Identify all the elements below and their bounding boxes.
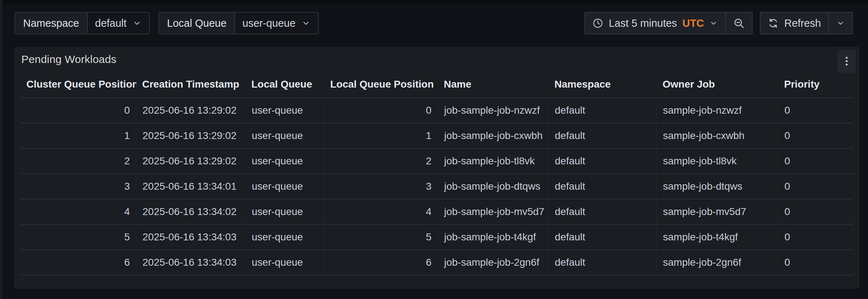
cell-local_queue_position: 5 xyxy=(324,225,438,249)
cell-cluster_queue_position: 2 xyxy=(21,149,136,173)
cell-local_queue_position: 0 xyxy=(324,98,438,123)
magnifier-zoom-out-icon xyxy=(733,17,745,29)
refresh-button[interactable]: Refresh xyxy=(761,13,828,34)
cell-creation_timestamp: 2025-06-16 13:34:01 xyxy=(136,174,246,199)
cell-namespace: default xyxy=(549,98,657,123)
column-header-namespace[interactable]: Namespace xyxy=(549,71,657,97)
cell-name: job-sample-job-t4kgf xyxy=(438,225,549,249)
cell-local_queue: user-queue xyxy=(246,199,324,224)
cell-priority: 0 xyxy=(778,199,854,224)
time-controls: Last 5 minutes UTC Refresh xyxy=(584,12,853,34)
cell-name: job-sample-job-mv5d7 xyxy=(438,199,549,224)
cell-local_queue_position: 3 xyxy=(324,174,438,199)
chevron-down-icon xyxy=(836,19,845,28)
panel-title: Pending Workloads xyxy=(21,53,116,66)
column-header-creation_timestamp[interactable]: Creation Timestamp xyxy=(136,71,246,97)
time-range-picker[interactable]: Last 5 minutes UTC xyxy=(585,13,725,34)
column-header-local_queue[interactable]: Local Queue xyxy=(246,71,324,97)
refresh-label: Refresh xyxy=(784,17,821,29)
cell-owner_job: sample-job-cxwbh xyxy=(657,123,778,148)
zoom-out-button[interactable] xyxy=(725,13,752,34)
cell-local_queue: user-queue xyxy=(246,149,324,173)
cell-owner_job: sample-job-nzwzf xyxy=(657,98,778,123)
column-header-local_queue_position[interactable]: Local Queue Position xyxy=(324,71,438,97)
namespace-variable-value: default xyxy=(95,17,127,29)
cell-priority: 0 xyxy=(778,250,854,275)
cell-namespace: default xyxy=(549,149,657,173)
cell-namespace: default xyxy=(549,199,657,224)
pending-workloads-panel: Pending Workloads Cluster Queue Position… xyxy=(14,47,859,289)
cell-namespace: default xyxy=(549,250,657,275)
localqueue-variable-value: user-queue xyxy=(242,17,295,29)
panel-menu-button[interactable] xyxy=(838,50,856,73)
cell-local_queue: user-queue xyxy=(246,250,324,275)
cell-local_queue_position: 1 xyxy=(324,123,438,148)
table-row: 32025-06-16 13:34:01user-queue3job-sampl… xyxy=(21,174,853,199)
table-row: 12025-06-16 13:29:02user-queue1job-sampl… xyxy=(21,123,853,149)
cell-owner_job: sample-job-t4kgf xyxy=(657,225,778,249)
refresh-icon xyxy=(768,18,779,29)
cell-local_queue: user-queue xyxy=(246,225,324,249)
cell-creation_timestamp: 2025-06-16 13:34:02 xyxy=(136,199,246,224)
window-top-edge xyxy=(0,0,868,3)
table-row: 02025-06-16 13:29:02user-queue0job-sampl… xyxy=(21,98,853,123)
cell-priority: 0 xyxy=(778,98,854,123)
cell-local_queue_position: 2 xyxy=(324,149,438,173)
cell-priority: 0 xyxy=(778,174,854,199)
window-left-edge xyxy=(0,0,3,299)
cell-cluster_queue_position: 6 xyxy=(21,250,136,275)
cell-local_queue_position: 4 xyxy=(324,199,438,224)
cell-namespace: default xyxy=(549,225,657,249)
chevron-down-icon xyxy=(709,19,718,28)
cell-local_queue_position: 6 xyxy=(324,250,438,275)
variable-controls: Namespace default Local Queue user-queue xyxy=(14,12,319,34)
localqueue-variable-dropdown[interactable]: user-queue xyxy=(235,13,318,34)
cell-creation_timestamp: 2025-06-16 13:29:02 xyxy=(136,98,246,123)
column-header-name[interactable]: Name xyxy=(438,71,549,97)
cell-priority: 0 xyxy=(778,123,854,148)
cell-cluster_queue_position: 0 xyxy=(21,98,136,123)
cell-creation_timestamp: 2025-06-16 13:34:03 xyxy=(136,225,246,249)
cell-cluster_queue_position: 1 xyxy=(21,123,136,148)
cell-name: job-sample-job-cxwbh xyxy=(438,123,549,148)
cell-creation_timestamp: 2025-06-16 13:29:02 xyxy=(136,123,246,148)
cell-namespace: default xyxy=(549,123,657,148)
chevron-down-icon xyxy=(132,18,142,28)
column-header-priority[interactable]: Priority xyxy=(778,71,854,97)
namespace-variable-dropdown[interactable]: default xyxy=(88,13,149,34)
cell-cluster_queue_position: 5 xyxy=(21,225,136,249)
time-picker-group: Last 5 minutes UTC xyxy=(584,12,753,34)
table-row: 52025-06-16 13:34:03user-queue5job-sampl… xyxy=(21,225,853,250)
table-body: 02025-06-16 13:29:02user-queue0job-sampl… xyxy=(21,97,853,275)
timezone-label: UTC xyxy=(682,17,704,29)
column-header-cluster_queue_position[interactable]: Cluster Queue Position xyxy=(21,71,136,97)
cell-creation_timestamp: 2025-06-16 13:34:03 xyxy=(136,250,246,275)
localqueue-variable-label: Local Queue xyxy=(159,13,235,34)
namespace-variable: Namespace default xyxy=(14,12,150,34)
cell-name: job-sample-job-dtqws xyxy=(438,174,549,199)
table-row: 22025-06-16 13:29:02user-queue2job-sampl… xyxy=(21,149,853,174)
column-header-owner_job[interactable]: Owner Job xyxy=(657,71,778,97)
panel-header: Pending Workloads xyxy=(15,47,859,71)
cell-namespace: default xyxy=(549,174,657,199)
dashboard-toolbar: Namespace default Local Queue user-queue xyxy=(14,12,853,34)
refresh-interval-dropdown[interactable] xyxy=(828,13,852,34)
cell-name: job-sample-job-2gn6f xyxy=(438,250,549,275)
cell-creation_timestamp: 2025-06-16 13:29:02 xyxy=(136,149,246,173)
cell-local_queue: user-queue xyxy=(246,174,324,199)
cell-cluster_queue_position: 3 xyxy=(21,174,136,199)
table-row: 42025-06-16 13:34:02user-queue4job-sampl… xyxy=(21,199,853,225)
cell-priority: 0 xyxy=(778,225,854,249)
time-range-label: Last 5 minutes xyxy=(609,17,677,29)
workloads-table: Cluster Queue PositionCreation Timestamp… xyxy=(15,71,859,275)
cell-local_queue: user-queue xyxy=(246,123,324,148)
cell-owner_job: sample-job-tl8vk xyxy=(657,149,778,173)
cell-cluster_queue_position: 4 xyxy=(21,199,136,224)
table-row: 62025-06-16 13:34:03user-queue6job-sampl… xyxy=(21,250,853,275)
refresh-group: Refresh xyxy=(760,12,853,34)
kebab-menu-icon xyxy=(841,55,853,67)
cell-name: job-sample-job-tl8vk xyxy=(438,149,549,173)
table-header-row: Cluster Queue PositionCreation Timestamp… xyxy=(21,71,853,97)
cell-priority: 0 xyxy=(778,149,854,173)
namespace-variable-label: Namespace xyxy=(15,13,88,34)
